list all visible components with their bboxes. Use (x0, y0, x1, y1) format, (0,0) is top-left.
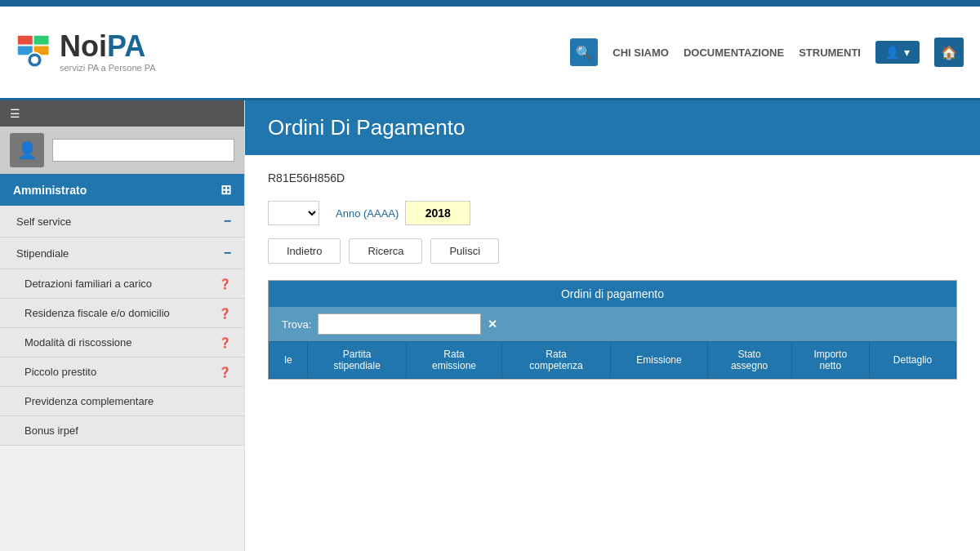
sidebar-item-detrazioni[interactable]: Detrazioni familiari a carico ❓ (0, 269, 244, 299)
results-section: Ordini di pagamento Trova: ✕ le Partitas… (268, 280, 957, 380)
hamburger-icon: ☰ (10, 107, 20, 120)
col-importo-netto: Importonetto (791, 342, 870, 379)
content-area: Ordini Di Pagamento R81E56H856D Tutti (245, 100, 980, 551)
svg-rect-2 (34, 35, 49, 44)
table-container: le Partitastipendiale Rataemissione Rata… (269, 341, 956, 379)
main-layout: ☰ 👤 Amministrato ⊞ Self service − Stipen… (0, 100, 980, 551)
search-icon: 🔍 (576, 45, 592, 60)
nav-strumenti[interactable]: STRUMENTI (799, 47, 861, 59)
sidebar-item-piccolo-prestito[interactable]: Piccolo prestito ❓ (0, 358, 244, 387)
nav-right: 🔍 CHI SIAMO DOCUMENTAZIONE STRUMENTI 👤 ▾… (570, 38, 964, 67)
page-title-bar: Ordini Di Pagamento (245, 100, 980, 155)
layers-icon: ⊞ (220, 182, 231, 198)
button-row: Indietro Ricerca Pulisci (268, 238, 957, 264)
logo-pa: PA (107, 29, 145, 63)
anno-label: Anno (AAAA) (336, 207, 399, 220)
sidebar-item-label: Previdenza complementare (24, 395, 154, 407)
sidebar-item-label: Modalità di riscossione (24, 336, 132, 349)
sidebar-item-label: Bonus irpef (24, 424, 78, 437)
logo-subtitle: servizi PA a Persone PA (60, 63, 156, 73)
sidebar-menu-bar[interactable]: ☰ (0, 100, 244, 127)
sidebar-item-bonus-irpef[interactable]: Bonus irpef (0, 416, 244, 446)
nav-documentazione[interactable]: DOCUMENTAZIONE (684, 47, 784, 59)
logo-text: NoiPA servizi PA a Persone PA (60, 32, 156, 73)
tipo-group: Tutti (268, 201, 319, 225)
tipo-select-wrapper: Tutti (268, 201, 319, 225)
top-accent-bar (0, 0, 980, 7)
avatar: 👤 (10, 133, 44, 167)
sidebar-user-bar: 👤 (0, 127, 244, 174)
table-header-row: le Partitastipendiale Rataemissione Rata… (270, 342, 956, 379)
sidebar-administered-header[interactable]: Amministrato ⊞ (0, 174, 244, 206)
col-stato-assegno: Statoassegno (707, 342, 791, 379)
logo-area: NoiPA servizi PA a Persone PA (16, 32, 156, 73)
sidebar-item-label: Self service (16, 216, 71, 228)
find-bar: Trova: ✕ (269, 307, 956, 341)
results-header: Ordini di pagamento (269, 281, 956, 307)
find-clear-icon[interactable]: ✕ (488, 318, 497, 331)
col-dettaglio: Dettaglio (870, 342, 956, 379)
sidebar-item-modalita[interactable]: Modalità di riscossione ❓ (0, 328, 244, 358)
sidebar-item-label: Piccolo prestito (24, 366, 96, 378)
find-input[interactable] (318, 313, 481, 335)
results-title: Ordini di pagamento (561, 287, 664, 300)
fiscal-code-row: R81E56H856D (268, 171, 957, 184)
page-header: NoiPA servizi PA a Persone PA 🔍 CHI SIAM… (0, 7, 980, 100)
noipa-logo-icon (16, 34, 53, 71)
ricerca-button[interactable]: Ricerca (349, 238, 422, 264)
sidebar-item-label: Stipendiale (16, 247, 69, 260)
user-name-input[interactable] (52, 139, 234, 162)
help-icon: ❓ (219, 367, 231, 378)
help-icon: ❓ (219, 337, 231, 349)
tipo-select[interactable]: Tutti (268, 201, 319, 225)
page-title: Ordini Di Pagamento (268, 115, 465, 140)
nav-chi-siamo[interactable]: CHI SIAMO (612, 47, 669, 59)
search-form: Tutti Anno (AAAA) (268, 201, 957, 225)
chevron-down-icon: ▾ (904, 46, 910, 59)
user-menu-button[interactable]: 👤 ▾ (875, 41, 920, 64)
sidebar-item-self-service[interactable]: Self service − (0, 206, 244, 238)
sidebar-item-residenza[interactable]: Residenza fiscale e/o domicilio ❓ (0, 299, 244, 328)
home-icon: 🏠 (941, 45, 957, 60)
collapse-icon: − (224, 214, 231, 229)
sidebar-item-label: Residenza fiscale e/o domicilio (24, 307, 170, 319)
sidebar-item-label: Detrazioni familiari a carico (24, 278, 152, 290)
help-icon: ❓ (219, 278, 231, 290)
collapse-icon: − (224, 246, 231, 260)
ordini-table: le Partitastipendiale Rataemissione Rata… (269, 341, 956, 379)
sidebar-item-stipendiale[interactable]: Stipendiale − (0, 238, 244, 269)
search-button[interactable]: 🔍 (570, 38, 598, 66)
svg-point-5 (31, 56, 38, 64)
svg-rect-0 (18, 35, 33, 44)
help-icon: ❓ (219, 308, 231, 319)
user-icon: 👤 (885, 46, 899, 59)
logo-noipa-text: NoiPA (60, 32, 145, 61)
col-rata-emissione: Rataemissione (407, 342, 501, 379)
find-label: Trova: (282, 318, 311, 331)
administered-label: Amministrato (13, 184, 87, 197)
form-area: R81E56H856D Tutti Anno (AAAA) (245, 155, 980, 396)
sidebar-item-previdenza[interactable]: Previdenza complementare (0, 387, 244, 416)
logo-noi: Noi (60, 29, 107, 63)
fiscal-code-value: R81E56H856D (268, 171, 345, 184)
col-rata-competenza: Ratacompetenza (501, 342, 611, 379)
col-partita-stipendiale: Partitastipendiale (308, 342, 407, 379)
home-button[interactable]: 🏠 (934, 38, 964, 67)
pulisci-button[interactable]: Pulisci (430, 238, 499, 264)
anno-input[interactable] (405, 201, 470, 225)
col-emissione: Emissione (611, 342, 707, 379)
indietro-button[interactable]: Indietro (268, 238, 341, 264)
user-avatar-icon: 👤 (17, 140, 38, 160)
sidebar: ☰ 👤 Amministrato ⊞ Self service − Stipen… (0, 100, 245, 551)
anno-group: Anno (AAAA) (336, 201, 470, 225)
col-le: le (270, 342, 308, 379)
